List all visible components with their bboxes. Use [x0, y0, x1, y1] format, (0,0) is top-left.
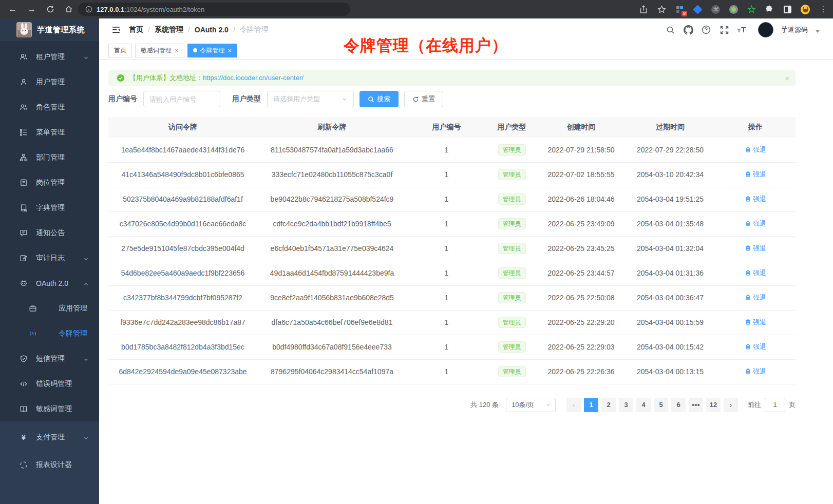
refresh-icon [412, 96, 419, 103]
browser-home-icon[interactable] [65, 5, 73, 13]
sidebar-item-oauth2[interactable]: OAuth 2.0 [0, 270, 99, 296]
pager: ‹123456•••12› [565, 398, 740, 412]
revoke-button[interactable]: 强退 [745, 293, 766, 302]
access-token-cell: 275e5de9151045fe87cbdc395e004f4d [108, 236, 257, 261]
org-tree-icon [20, 153, 28, 162]
sidebar-item-menu[interactable]: 菜单管理 [0, 120, 99, 145]
id-card-icon [20, 179, 28, 187]
user-id-cell: 1 [407, 211, 486, 236]
user-id-label: 用户编号 [108, 94, 137, 104]
browser-back-icon[interactable]: ← [8, 4, 17, 14]
sidebar-item-role[interactable]: 角色管理 [0, 94, 99, 120]
sidebar-item-error-code[interactable]: 错误码管理 [0, 371, 99, 396]
sidebar-item-dict[interactable]: 字典管理 [0, 195, 99, 220]
tab-close-icon[interactable]: × [175, 47, 179, 54]
browser-reload-icon[interactable] [46, 5, 54, 13]
bookmark-star-icon[interactable] [657, 5, 666, 14]
chevron-up-icon [83, 281, 89, 287]
more-pages-button[interactable]: ••• [689, 398, 703, 412]
breadcrumb-item[interactable]: 系统管理 [155, 25, 183, 34]
github-icon[interactable] [683, 25, 693, 35]
tab-令牌管理[interactable]: 令牌管理× [187, 44, 238, 57]
tab-close-icon[interactable]: × [228, 47, 232, 54]
page-button-2[interactable]: 2 [601, 398, 616, 412]
user-id-input[interactable] [143, 91, 220, 107]
reset-button[interactable]: 重置 [404, 91, 443, 107]
page-button-3[interactable]: 3 [619, 398, 633, 412]
tab-首页[interactable]: 首页 [108, 44, 132, 57]
profile-avatar-icon[interactable] [801, 5, 810, 14]
logo-avatar-icon [16, 22, 32, 37]
sidebar-item-user[interactable]: 用户管理 [0, 69, 99, 94]
next-page-button[interactable]: › [724, 398, 738, 412]
create-time-cell: 2022-06-26 18:04:46 [537, 187, 625, 211]
sidebar-item-sensitive-word[interactable]: 敏感词管理 [0, 396, 99, 421]
font-size-icon[interactable] [737, 25, 747, 35]
sidebar-item-post[interactable]: 岗位管理 [0, 170, 99, 195]
page-button-5[interactable]: 5 [654, 398, 668, 412]
address-bar[interactable]: 127.0.0.1:1024/system/oauth2/token [78, 3, 350, 16]
refresh-token-cell: be90422b8c7946218275a508bf524fc9 [257, 187, 407, 211]
sidebar-item-sms[interactable]: 短信管理 [0, 346, 99, 371]
app-logo[interactable]: 芋道管理系统 [0, 18, 99, 41]
breadcrumb-item[interactable]: OAuth 2.0 [195, 26, 229, 34]
extension-badge-icon[interactable]: 9 [675, 5, 684, 14]
user-type-select[interactable]: 请选择用户类型 [267, 91, 354, 107]
revoke-button[interactable]: 强退 [745, 195, 766, 204]
revoke-button[interactable]: 强退 [745, 318, 766, 327]
revoke-button[interactable]: 强退 [745, 145, 766, 154]
revoke-button[interactable]: 强退 [745, 268, 766, 278]
revoke-button[interactable]: 强退 [745, 342, 766, 352]
sidebar-item-pay[interactable]: ¥支付管理 [0, 423, 99, 451]
sidebar-item-tenant[interactable]: 租户管理 [0, 44, 99, 69]
browser-menu-icon[interactable]: ⋮ [819, 5, 828, 14]
breadcrumb-item[interactable]: 首页 [129, 25, 143, 34]
table-row: 41c41346a548490f9dc8b01c6bfe0865333ecfc7… [108, 162, 796, 187]
search-icon[interactable] [665, 25, 675, 35]
gem-extension-icon[interactable] [693, 5, 702, 14]
sidebar-item-notice[interactable]: 通知公告 [0, 220, 99, 245]
doc-alert: 【用户体系】文档地址：https://doc.iocoder.cn/user-c… [108, 70, 796, 86]
revoke-button[interactable]: 强退 [745, 367, 766, 376]
page-button-4[interactable]: 4 [636, 398, 651, 412]
access-token-cell: c342377bf8b344799dcbf7bf095287f2 [108, 285, 257, 310]
puzzle-extensions-icon[interactable] [765, 5, 774, 14]
page-button-12[interactable]: 12 [706, 398, 721, 412]
green-star-extension-icon[interactable] [747, 5, 756, 14]
sidebar-fold-icon[interactable] [111, 25, 121, 34]
user-menu-caret-icon[interactable] [816, 30, 820, 33]
chevron-down-icon [83, 435, 89, 441]
prev-page-button[interactable]: ‹ [566, 398, 581, 412]
share-icon[interactable] [639, 5, 648, 14]
sidebar-item-oauth2-token[interactable]: A令牌管理 [0, 321, 99, 346]
sidebar-item-report-designer[interactable]: 报表设计器 [0, 451, 99, 479]
username-label[interactable]: 芋道源码 [781, 25, 808, 34]
page-size-select[interactable]: 10条/页 [506, 398, 556, 412]
user-type-badge: 管理员 [498, 267, 526, 279]
sidebar-item-dept[interactable]: 部门管理 [0, 145, 99, 170]
help-icon[interactable] [701, 25, 711, 35]
site-info-icon[interactable] [85, 6, 92, 13]
search-button[interactable]: 搜索 [359, 91, 399, 107]
revoke-button[interactable]: 强退 [745, 219, 766, 228]
page-button-6[interactable]: 6 [671, 398, 686, 412]
alert-close-icon[interactable]: × [785, 74, 789, 83]
sidebar-item-oauth2-app[interactable]: 应用管理 [0, 296, 99, 321]
create-time-cell: 2022-06-25 22:50:08 [537, 285, 625, 310]
tab-敏感词管理[interactable]: 敏感词管理× [135, 44, 184, 57]
doc-link[interactable]: https://doc.iocoder.cn/user-center/ [203, 74, 304, 82]
app-title: 芋道管理系统 [37, 25, 85, 35]
revoke-button[interactable]: 强退 [745, 244, 766, 253]
sidebar-item-audit-log[interactable]: 审计日志 [0, 245, 99, 270]
user-id-cell: 1 [407, 261, 486, 285]
command-extension-icon[interactable]: ⌘ [711, 5, 720, 14]
user-avatar[interactable] [758, 22, 773, 37]
user-id-cell: 1 [407, 162, 486, 187]
fullscreen-icon[interactable] [719, 25, 729, 35]
side-panel-icon[interactable] [783, 5, 792, 14]
page-button-1[interactable]: 1 [584, 398, 598, 412]
browser-forward-icon[interactable]: → [27, 4, 36, 14]
revoke-button[interactable]: 强退 [745, 170, 766, 179]
recorder-extension-icon[interactable] [729, 5, 738, 14]
page-jump-input[interactable] [765, 398, 785, 412]
